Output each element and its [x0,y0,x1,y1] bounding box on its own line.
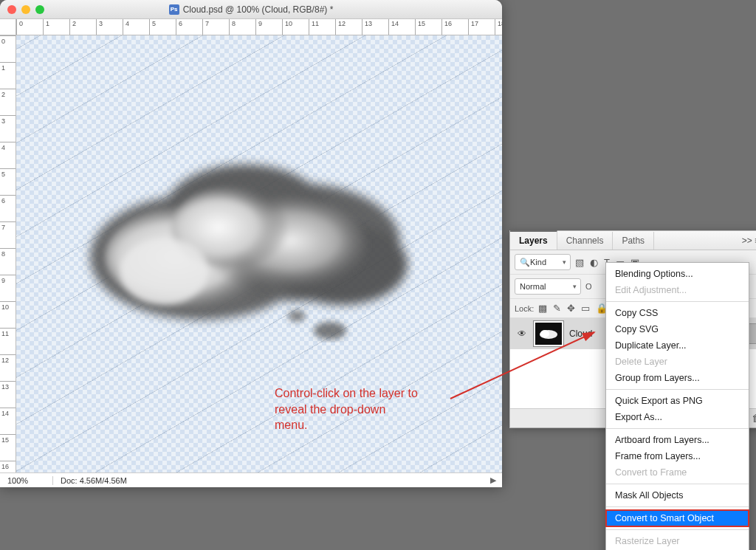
lock-label: Lock: [515,304,534,313]
menu-item[interactable]: Mask All Objects [606,487,749,503]
ruler-v-tick: 10 [0,301,16,311]
ruler-corner[interactable] [0,19,16,35]
titlebar[interactable]: Ps Cloud.psd @ 100% (Cloud, RGB/8#) * [0,0,502,19]
ruler-v-tick: 8 [0,248,16,258]
minimize-icon[interactable] [21,5,30,14]
ruler-v-tick: 11 [0,328,16,337]
menu-separator [606,484,749,484]
file-type-icon: Ps [169,4,179,15]
svg-point-8 [314,322,346,340]
ruler-v-tick: 14 [0,408,16,417]
svg-point-11 [540,330,549,337]
layer-name[interactable]: Cloud [569,329,592,339]
ruler-h-tick: 12 [335,19,336,35]
opacity-label: O [585,282,592,291]
ruler-v-tick: 9 [0,275,16,284]
panel-tabbar: Layers Channels Paths >> ≡ [510,231,756,250]
svg-point-7 [120,238,208,305]
menu-separator [606,389,749,390]
ruler-v-tick: 2 [0,89,16,98]
ruler-v-tick: 12 [0,354,16,364]
menu-item[interactable]: Export As... [606,409,749,425]
visibility-icon[interactable]: 👁 [516,329,528,339]
panel-collapse-icon[interactable]: >> ≡ [735,236,756,246]
menu-separator [606,428,749,429]
ruler-v-tick: 7 [0,221,16,231]
menu-item[interactable]: Group from Layers... [606,370,749,386]
lock-paint-icon[interactable]: ✎ [553,303,561,314]
window-title: Ps Cloud.psd @ 100% (Cloud, RGB/8#) * [0,4,502,15]
ruler-v-tick: 3 [0,115,16,125]
ruler-v-tick: 15 [0,434,16,444]
ruler-h-tick: 3 [96,19,97,35]
ruler-h-tick: 6 [176,19,176,35]
menu-item: Edit Adjustment... [606,282,749,298]
ruler-h-tick: 10 [282,19,283,35]
tab-channels[interactable]: Channels [557,232,614,250]
status-arrow-icon[interactable]: ▶ [484,475,502,485]
ruler-h-tick: 11 [309,19,309,35]
menu-separator [606,506,749,507]
ruler-v-tick: 16 [0,461,16,470]
maximize-icon[interactable] [35,5,44,14]
tab-layers[interactable]: Layers [510,230,557,250]
filter-adjust-icon[interactable]: ◐ [590,257,598,268]
annotation-text: Control-click on the layer to reveal the… [275,385,459,433]
ruler-h-tick: 9 [255,19,256,35]
cloud-image [75,146,415,360]
menu-item[interactable]: Copy SVG [606,321,749,337]
ruler-v-tick: 13 [0,381,16,391]
layer-thumbnail[interactable] [534,321,563,346]
menu-item: Rasterize Layer [606,533,749,549]
close-icon[interactable] [7,5,16,14]
window-title-text: Cloud.psd @ 100% (Cloud, RGB/8#) * [183,4,334,15]
menu-item[interactable]: Blending Options... [606,266,749,282]
tab-paths[interactable]: Paths [613,232,654,250]
menu-separator [606,301,749,302]
ruler-vertical[interactable]: 01234567891011121314151617 [0,35,16,472]
lock-transparent-icon[interactable]: ▩ [538,303,547,314]
ruler-v-tick: 0 [0,35,16,45]
lock-icons: ▩ ✎ ✥ ▭ 🔒 [538,303,608,314]
menu-item: Delete Layer [606,354,749,370]
trash-icon[interactable]: 🗑 [752,413,756,424]
ruler-h-tick: 15 [415,19,416,35]
filter-kind-select[interactable]: 🔍 Kind [515,254,571,270]
ruler-v-tick: 4 [0,142,16,151]
menu-item[interactable]: Convert to Smart Object [606,510,749,526]
ruler-h-tick: 5 [149,19,150,35]
search-icon: 🔍 [520,258,530,267]
menu-item[interactable]: Duplicate Layer... [606,337,749,354]
ruler-horizontal[interactable]: 0123456789101112131415161718 [16,19,502,35]
ruler-v-tick: 6 [0,195,16,204]
menu-item: Convert to Frame [606,464,749,481]
filter-pixel-icon[interactable]: ▧ [575,257,584,268]
ruler-h-tick: 8 [229,19,230,35]
ruler-h-tick: 4 [123,19,123,35]
ruler-h-tick: 16 [441,19,442,35]
lock-artboard-icon[interactable]: ▭ [581,303,590,314]
blend-mode-select[interactable]: Normal [515,278,581,295]
svg-point-9 [288,310,306,322]
ruler-h-tick: 18 [495,19,495,35]
menu-item[interactable]: Quick Export as PNG [606,393,749,409]
ruler-h-tick: 2 [69,19,70,35]
menu-separator [606,529,749,530]
ruler-h-tick: 13 [362,19,362,35]
ruler-h-tick: 0 [16,19,17,35]
lock-position-icon[interactable]: ✥ [567,303,575,314]
ruler-h-tick: 7 [202,19,203,35]
layer-context-menu: Blending Options...Edit Adjustment...Cop… [605,262,749,550]
ruler-h-tick: 17 [468,19,469,35]
ruler-v-tick: 5 [0,168,16,178]
menu-item[interactable]: Copy CSS [606,305,749,321]
menu-item[interactable]: Frame from Layers... [606,448,749,464]
doc-size[interactable]: Doc: 4.56M/4.56M [53,476,484,485]
zoom-level[interactable]: 100% [0,476,53,485]
status-bar: 100% Doc: 4.56M/4.56M ▶ [0,472,502,487]
ruler-h-tick: 14 [388,19,389,35]
traffic-lights [7,5,44,14]
ruler-h-tick: 1 [43,19,44,35]
ruler-v-tick: 1 [0,62,16,72]
menu-item[interactable]: Artboard from Layers... [606,432,749,448]
